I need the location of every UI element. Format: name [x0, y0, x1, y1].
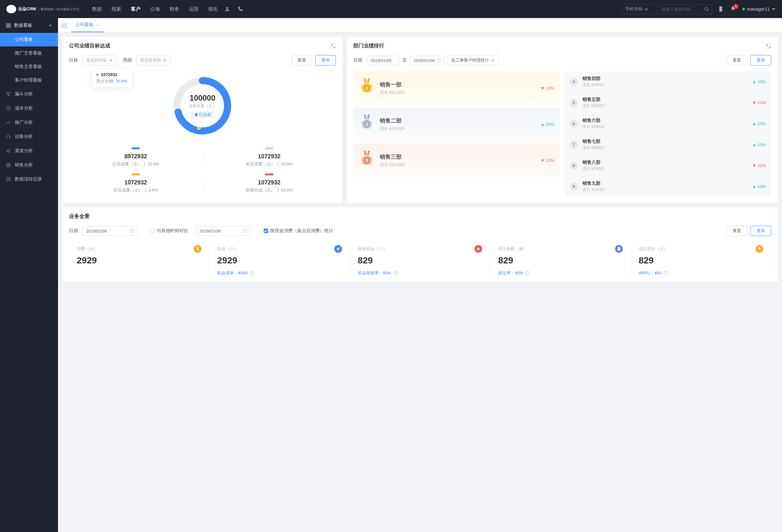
username: manager11	[747, 6, 770, 11]
period-select[interactable]: 请选择周期	[136, 55, 170, 66]
rank-expand-button[interactable]	[766, 43, 771, 49]
nav-leads[interactable]: 线索	[111, 6, 121, 12]
tab-close-icon[interactable]: ✕	[96, 23, 99, 27]
rank-date-from[interactable]: 2018/01/08	[367, 56, 399, 65]
notification-bell[interactable]: 5	[730, 6, 736, 12]
sidebar-item-promo-mgr[interactable]: 推广主管看板	[0, 46, 58, 60]
rank-query-button[interactable]: 查询	[750, 55, 771, 66]
help-icon[interactable]: ?	[249, 271, 254, 275]
sidebar-sales[interactable]: 销售分析	[0, 158, 58, 172]
nav-pool[interactable]: 公海	[150, 6, 160, 12]
tabs-bar: 公司看板 ✕	[58, 18, 782, 32]
sidebar-flow[interactable]: 数据流转记录	[0, 172, 58, 186]
svg-text:1: 1	[366, 86, 368, 91]
device-icon[interactable]	[718, 6, 724, 12]
metric-label: 应完成量（元） | 8.9%	[113, 187, 158, 193]
ov-date2-input[interactable]: 2018/01/08	[196, 226, 251, 236]
target-select[interactable]: 请选择目标	[82, 55, 116, 66]
overview-title: 业务全景	[69, 213, 90, 220]
ov-sub: 机会成本：¥948 ?	[217, 270, 342, 276]
nav-customers[interactable]: 客户	[131, 6, 141, 12]
ov-query-button[interactable]: 查询	[750, 226, 771, 236]
rank-rest-row[interactable]: 5销售五部流水 ¥19020▼ 12%	[564, 92, 771, 113]
help-icon[interactable]: ?	[525, 271, 530, 275]
goal-title: 公司业绩目标达成	[69, 42, 110, 49]
ov-compare-checkbox[interactable]: 与其他时间对比	[150, 228, 188, 234]
sidebar-promo[interactable]: 推广分析	[0, 115, 58, 130]
logo: 云朵CRM 教育机构一站式服务云平台	[6, 5, 79, 13]
sidebar-item-cust-mgr[interactable]: 客户经理看板	[0, 73, 58, 87]
svg-rect-7	[9, 26, 10, 27]
search-icon[interactable]	[704, 6, 709, 11]
period-label: 周期	[123, 58, 132, 63]
sidebar-funnel[interactable]: 漏斗分析	[0, 87, 58, 101]
trend-badge: ▲ 10%	[752, 184, 766, 189]
sidebar-channel[interactable]: 渠道分析	[0, 144, 58, 158]
ov-label: 机会（个）	[217, 246, 238, 252]
rank-number: 7	[570, 141, 578, 149]
rank-name: 销售六部	[582, 118, 747, 123]
rank-name: 销售八部	[582, 159, 747, 166]
sidebar-group-dashboard[interactable]: 数据看板	[0, 18, 58, 33]
rank-title: 部门业绩排行	[353, 42, 384, 49]
rank-reset-button[interactable]: 重置	[726, 55, 747, 66]
goal-reset-button[interactable]: 重置	[291, 55, 312, 66]
metric-label: 未完成量（元） | 20.9%	[246, 161, 293, 167]
trend-badge: ▼ 12%	[540, 158, 555, 163]
phone-icon[interactable]	[237, 6, 243, 12]
svg-rect-29	[367, 150, 370, 155]
collapse-sidebar-button[interactable]	[61, 23, 67, 27]
expand-button[interactable]	[331, 43, 336, 49]
svg-rect-23	[364, 114, 367, 119]
svg-point-13	[7, 164, 9, 166]
rank-rest-row[interactable]: 7销售七部流水 ¥19020▲ 10%	[564, 134, 771, 155]
rank-top-row[interactable]: 2销售二部流水 ¥10,900▲ 10%	[353, 107, 560, 141]
rank-statby-select[interactable]: 按工单客户经理统计	[448, 55, 498, 66]
ov-date-input[interactable]: 2018/01/08	[82, 226, 137, 236]
search-type-select[interactable]: 手机号码	[622, 4, 656, 14]
user-menu[interactable]: manager11	[742, 6, 776, 11]
ov-date-label: 日期	[69, 228, 78, 234]
svg-rect-17	[437, 59, 441, 62]
goal-query-button[interactable]: 查询	[315, 55, 336, 66]
rank-rest-row[interactable]: 4销售四部流水 ¥19020▲ 10%	[564, 71, 771, 92]
rank-number: 6	[570, 119, 578, 128]
overview-card: 业务全景 日期 2018/01/08 与其他时间对比 2018/01/08 按现…	[63, 207, 778, 282]
svg-rect-24	[367, 114, 370, 119]
overview-item: 有效机会（个）829机会有效率：80% ?	[350, 245, 490, 276]
dashboard-icon	[6, 23, 11, 28]
sidebar-visitor[interactable]: 访客分析	[0, 130, 58, 144]
nav-data[interactable]: 数据	[92, 6, 102, 12]
svg-point-3	[720, 10, 721, 11]
top-nav: 数据 线索 客户 公海 财务 运营 报名	[92, 6, 218, 12]
rank-name: 销售九部	[582, 181, 747, 186]
chevron-up-icon	[48, 24, 52, 27]
metric-bar-icon	[132, 174, 140, 175]
ov-label: 成交单数（单）	[498, 246, 527, 252]
sidebar-item-company[interactable]: 公司看板	[0, 33, 58, 46]
status-dot-icon	[742, 8, 745, 10]
overview-item: 消费（元）2929	[69, 245, 209, 276]
rank-date-to[interactable]: 2018/01/08	[410, 56, 445, 65]
ov-reset-button[interactable]: 重置	[726, 226, 747, 236]
ov-cash-checkbox[interactable]: 按现金消费（返点后消费）统计	[264, 228, 333, 234]
rank-top-row[interactable]: 3销售三部流水 ¥10,900▼ 12%	[353, 143, 560, 177]
user-icon[interactable]	[224, 6, 230, 12]
sidebar-item-sales-mgr[interactable]: 销售主管看板	[0, 60, 58, 73]
search-input[interactable]	[659, 5, 704, 13]
rank-top-row[interactable]: 1销售一部流水 ¥10,900▼ 12%	[353, 71, 560, 105]
goal-card: 公司业绩目标达成 目标 请选择目标 周期 请选择周期 重置 查询	[63, 37, 342, 203]
nav-finance[interactable]: 财务	[170, 6, 179, 12]
sidebar-cost[interactable]: 成本分析	[0, 101, 58, 115]
help-icon[interactable]: ?	[663, 271, 668, 275]
overview-item: 机会（个）2929机会成本：¥948 ?	[209, 245, 350, 276]
rank-rest-row[interactable]: 6销售六部流水 ¥19020▲ 10%	[564, 113, 771, 134]
nav-ops[interactable]: 运营	[189, 6, 199, 12]
rank-rest-row[interactable]: 8销售八部流水 ¥19020▼ 12%	[564, 155, 771, 176]
chart-icon	[6, 120, 11, 125]
help-icon[interactable]: ?	[393, 271, 398, 275]
tab-company-board[interactable]: 公司看板 ✕	[71, 18, 104, 32]
rank-rest-row[interactable]: 9销售九部流水 ¥19020▲ 10%	[564, 176, 771, 197]
sidebar: 数据看板 公司看板 推广主管看板 销售主管看板 客户经理看板 漏斗分析 成本分析…	[0, 18, 58, 532]
nav-signup[interactable]: 报名	[208, 6, 218, 12]
